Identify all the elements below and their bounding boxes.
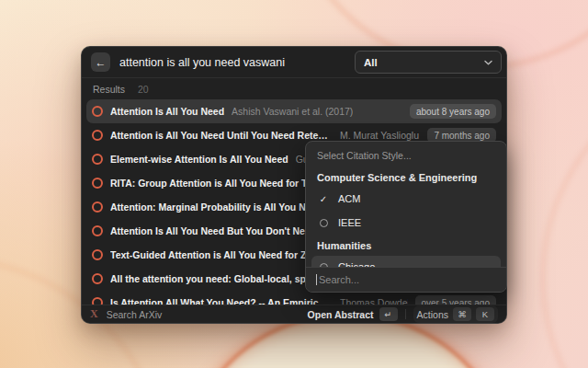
check-icon: ✓ (317, 194, 330, 204)
result-title: Attention is All You Need Until You Need… (110, 130, 333, 141)
chevron-down-icon (484, 60, 492, 65)
paper-circle-icon (92, 249, 103, 260)
citation-menu-title: Select Citation Style... (306, 144, 506, 167)
paper-circle-icon (92, 225, 103, 236)
footer-divider (405, 309, 406, 319)
result-title: All the attention you need: Global-local… (110, 273, 333, 284)
citation-section-header: Humanities (306, 236, 506, 256)
option-label: IEEE (338, 217, 361, 228)
cmd-key-icon: ⌘ (453, 307, 471, 321)
app-label: Search ArXiv (107, 309, 163, 320)
enter-key-icon: ↵ (379, 307, 398, 321)
results-label: Results (93, 84, 125, 95)
footer-actions: Open Abstract ↵ Actions ⌘ K (308, 305, 498, 323)
paper-circle-icon (92, 106, 103, 117)
result-title: Element-wise Attention Is All You Need (110, 154, 288, 165)
arxiv-logo-icon: X (90, 307, 98, 321)
open-abstract-button[interactable]: Open Abstract ↵ (308, 307, 398, 321)
citation-search-placeholder: Search... (319, 274, 359, 285)
results-header: Results 20 (82, 78, 506, 99)
citation-search-input[interactable]: Search... (306, 267, 506, 292)
paper-circle-icon (92, 154, 103, 165)
search-header: ← attention is all you need vaswani All (82, 47, 506, 78)
citation-style-menu: Select Citation Style... Computer Scienc… (305, 141, 507, 293)
category-dropdown[interactable]: All (355, 51, 502, 74)
actions-button[interactable]: Actions ⌘ K (413, 305, 498, 323)
result-title: Attention: Marginal Probability is All Y… (110, 201, 328, 213)
search-query-input[interactable]: attention is all you need vaswani (119, 56, 285, 69)
category-dropdown-value: All (364, 57, 378, 68)
paper-circle-icon (92, 178, 103, 189)
result-row[interactable]: Attention Is All You Need Ashish Vaswani… (86, 99, 502, 123)
k-key-icon: K (476, 307, 494, 321)
result-authors: M. Murat Yaslioglu (2025) (340, 130, 420, 141)
citation-style-option[interactable]: IEEE (311, 212, 501, 234)
result-age-badge: about 8 years ago (410, 104, 496, 119)
raycast-search-window: ← attention is all you need vaswani All … (81, 46, 507, 324)
footer-bar: X Search ArXiv Open Abstract ↵ Actions ⌘… (82, 305, 506, 323)
citation-menu-body: Computer Science & Engineering ✓ ACM IEE… (306, 167, 506, 278)
result-authors: Ashish Vaswani et al. (2017) (232, 106, 353, 117)
result-title: Attention Is All You Need (110, 106, 224, 117)
paper-circle-icon (92, 273, 103, 284)
option-label: ACM (338, 193, 360, 204)
radio-circle-icon (317, 219, 330, 227)
citation-section-header: Computer Science & Engineering (306, 167, 506, 188)
citation-style-option[interactable]: ✓ ACM (311, 188, 501, 210)
paper-circle-icon (92, 130, 103, 141)
open-abstract-label: Open Abstract (308, 309, 374, 320)
wallpaper-arc (542, 64, 588, 368)
actions-label: Actions (417, 309, 448, 320)
radio-circle (320, 219, 328, 227)
paper-circle-icon (92, 201, 103, 213)
result-title: Attention Is All You Need But You Don't … (110, 225, 333, 236)
result-title: RITA: Group Attention is All You Need fo… (110, 178, 333, 189)
back-button[interactable]: ← (91, 52, 110, 72)
result-title: Text-Guided Attention is All You Need fo… (110, 249, 333, 260)
results-count: 20 (138, 84, 149, 95)
text-caret (316, 274, 317, 285)
